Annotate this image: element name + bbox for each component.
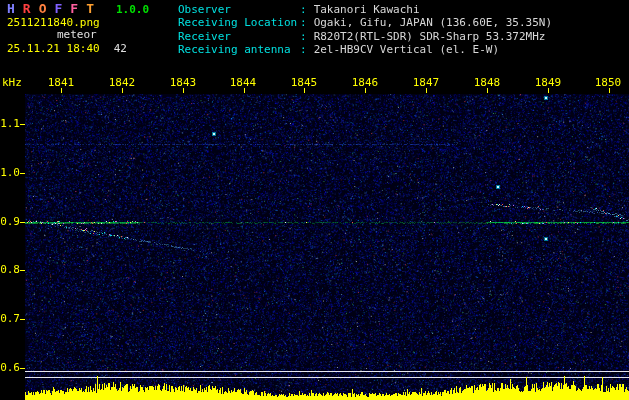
time-axis-label: 1847: [411, 77, 441, 89]
freq-axis-label: 1.0: [0, 167, 20, 179]
logo-letter: T: [86, 1, 94, 16]
mode-label: meteor: [57, 29, 97, 41]
time-axis-label: 1841: [46, 77, 76, 89]
time-axis-label: 1844: [228, 77, 258, 89]
info-colon: :: [300, 30, 307, 43]
station-info: Observer:Takanori Kawachi Receiving Loca…: [178, 3, 552, 57]
app-version: 1.0.0: [116, 3, 149, 16]
logo-letter: H: [7, 1, 15, 16]
info-colon: :: [300, 43, 307, 56]
info-row-receiver: Receiver:R820T2(RTL-SDR) SDR-Sharp 53.37…: [178, 30, 552, 43]
info-value: Takanori Kawachi: [314, 3, 420, 16]
info-colon: :: [300, 16, 307, 29]
info-value: 2el-HB9CV Vertical (el. E-W): [314, 43, 499, 56]
freq-axis-label: 0.8: [0, 264, 20, 276]
freq-axis-label: 0.7: [0, 313, 20, 325]
info-label: Receiver: [178, 30, 300, 43]
info-row-observer: Observer:Takanori Kawachi: [178, 3, 552, 16]
info-value: R820T2(RTL-SDR) SDR-Sharp 53.372MHz: [314, 30, 546, 43]
time-axis-label: 1849: [533, 77, 563, 89]
observation-datetime: 25.11.21 18:40: [7, 43, 100, 55]
time-axis-label: 1843: [168, 77, 198, 89]
info-label: Receiving Location: [178, 16, 300, 29]
app-logo: HROFFT1.0.0: [7, 3, 149, 16]
spectrogram-canvas: [0, 0, 629, 400]
hrofft-window: HROFFT1.0.0 2511211840.png meteor 25.11.…: [0, 0, 629, 400]
datetime-row: 25.11.21 18:40 42: [7, 43, 127, 55]
logo-letter: F: [70, 1, 78, 16]
info-row-location: Receiving Location:Ogaki, Gifu, JAPAN (1…: [178, 16, 552, 29]
info-label: Receiving antenna: [178, 43, 300, 56]
freq-axis-label: 0.9: [0, 216, 20, 228]
logo-letter: R: [23, 1, 31, 16]
info-row-antenna: Receiving antenna:2el-HB9CV Vertical (el…: [178, 43, 552, 56]
freq-axis-label: 1.1: [0, 118, 20, 130]
logo-letter: O: [39, 1, 47, 16]
freq-axis-unit: kHz: [2, 77, 22, 89]
time-axis-label: 1848: [472, 77, 502, 89]
info-label: Observer: [178, 3, 300, 16]
logo-letter: F: [54, 1, 62, 16]
meteor-count: 42: [114, 43, 127, 55]
freq-axis-label: 0.6: [0, 362, 20, 374]
time-axis-label: 1845: [289, 77, 319, 89]
time-axis-label: 1846: [350, 77, 380, 89]
info-colon: :: [300, 3, 307, 16]
info-value: Ogaki, Gifu, JAPAN (136.60E, 35.35N): [314, 16, 552, 29]
time-axis-label: 1850: [593, 77, 623, 89]
time-axis-label: 1842: [107, 77, 137, 89]
